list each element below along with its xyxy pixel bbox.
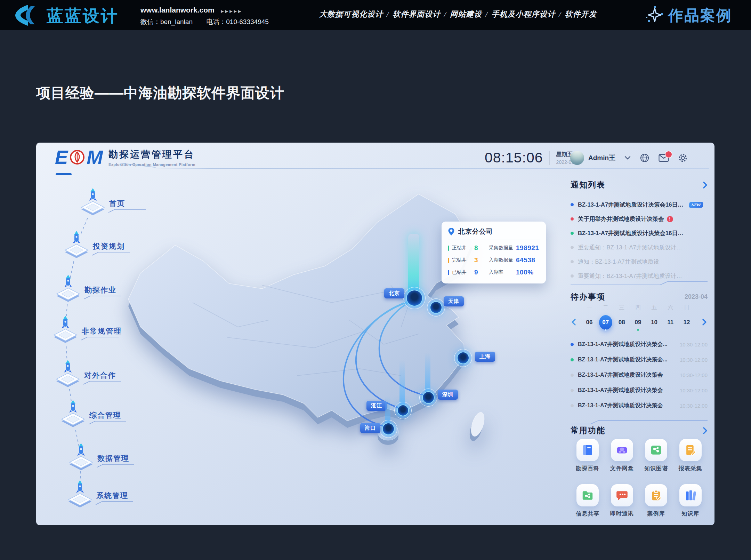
calendar-date-07[interactable]: 07: [599, 315, 613, 330]
sidebar-item-label: 投资规划: [93, 241, 125, 251]
sidebar-item-label: 综合管理: [89, 410, 121, 420]
comprehensive-platform-icon: [60, 399, 86, 429]
city-marker-深圳[interactable]: [422, 391, 435, 404]
city-label-深圳[interactable]: 深圳: [438, 390, 458, 400]
clock: 08:15:06: [485, 150, 543, 166]
gear-icon[interactable]: [678, 153, 688, 163]
data-platform-icon: [68, 442, 94, 472]
calendar-next-icon[interactable]: [702, 319, 707, 326]
menu-underline: [96, 501, 134, 505]
portfolio-link[interactable]: 作品案例: [645, 6, 732, 26]
cooperation-platform-icon: [55, 359, 81, 389]
notification-item[interactable]: BZ-13-1-A7井测试地质设计决策会16日14点开始！: [571, 226, 708, 240]
city-marker-北京[interactable]: [406, 290, 423, 306]
services-separator: /: [555, 10, 565, 18]
function-tile-文件网盘[interactable]: 文件网盘: [605, 439, 639, 472]
city-label-湛江[interactable]: 湛江: [366, 401, 387, 411]
function-tile-案例库[interactable]: 案例库: [639, 484, 673, 518]
calendar-date-06[interactable]: 06: [582, 315, 596, 330]
city-marker-天津[interactable]: [430, 301, 442, 314]
notification-item[interactable]: 重要通知：BZ-13-1-A7井测试地质设计决策会16日14...: [571, 240, 708, 255]
todo-header: 待办事项 2023-04: [571, 291, 708, 302]
sidebar-item-6[interactable]: 综合管理: [60, 399, 151, 433]
functions-more-icon[interactable]: [703, 427, 708, 434]
function-tile-信息共享[interactable]: 信息共享: [571, 484, 605, 518]
phone-contact: 电话：010-63334945: [206, 18, 269, 25]
book-icon: [581, 443, 594, 457]
todo-item[interactable]: BZ-13-1-A7井测试地质设计决策会10:30-12:00: [571, 367, 708, 383]
calendar-date-10[interactable]: 10: [647, 315, 661, 330]
function-tile-勘探百科[interactable]: 勘探百科: [571, 439, 605, 472]
ecm-logo-e: E: [55, 147, 68, 167]
drive-icon: [615, 443, 629, 457]
function-tile-知识图谱[interactable]: 知识图谱: [639, 439, 673, 472]
function-label: 信息共享: [576, 510, 599, 518]
sidebar-item-4[interactable]: 非常规管理: [53, 315, 143, 349]
sidebar-item-3[interactable]: 勘探作业: [55, 274, 146, 307]
city-label-上海[interactable]: 上海: [475, 352, 495, 362]
cnooc-mark-icon: [69, 149, 85, 165]
todo-item[interactable]: BZ-13-1-A7井测试地质设计决策会...10:30-12:00: [571, 352, 708, 367]
user-name[interactable]: Admin王: [588, 153, 615, 162]
city-label-北京[interactable]: 北京: [384, 288, 404, 298]
books-icon: [684, 489, 697, 502]
sidebar-item-5[interactable]: 对外合作: [55, 359, 145, 393]
city-label-天津[interactable]: 天津: [444, 296, 464, 306]
sidebar-item-label: 非常规管理: [82, 326, 122, 336]
services-nav: 大数据可视化设计/软件界面设计/网站建设/手机及小程序设计/软件开发: [319, 9, 625, 19]
wechat-contact: 微信：ben_lanlan: [140, 18, 193, 25]
menu-underline: [84, 295, 122, 300]
portfolio-label: 作品案例: [668, 6, 732, 26]
notification-item[interactable]: 通知：BZ-13-1-A7井测试地质设: [571, 255, 708, 269]
todo-item[interactable]: BZ-13-1-A7井测试地质设计决策会10:30-12:00: [571, 398, 708, 413]
calendar-date-11[interactable]: 11: [663, 315, 677, 330]
calendar-prev-icon[interactable]: [571, 319, 576, 326]
todo-title: 待办事项: [571, 291, 605, 302]
city-marker-湛江[interactable]: [397, 405, 409, 416]
avatar[interactable]: [570, 151, 584, 165]
city-label-海口[interactable]: 海口: [360, 423, 380, 433]
notification-item[interactable]: 关于用举办井测试地质设计决策会!: [571, 212, 708, 226]
exploration-platform-icon: [55, 274, 81, 303]
city-marker-海口[interactable]: [382, 423, 395, 435]
chat-icon: [615, 489, 629, 502]
light-beam: [399, 360, 405, 407]
menu-underline: [81, 336, 119, 341]
light-beam: [425, 352, 430, 394]
function-tile-报表采集[interactable]: 报表采集: [673, 439, 708, 472]
sidebar-item-7[interactable]: 数据管理: [68, 442, 159, 476]
todo-item[interactable]: BZ-13-1-A7井测试地质设计决策会...10:30-12:00: [571, 337, 708, 352]
popup-stat-row: 入湖率100%: [489, 269, 541, 276]
city-marker-上海[interactable]: [457, 352, 469, 364]
sidebar-item-8[interactable]: 系统管理: [67, 480, 158, 513]
section-divider: [571, 419, 708, 425]
todo-item[interactable]: BZ-13-1-A7井测试地质设计决策会10:30-12:00: [571, 383, 708, 398]
popup-stat-row: 完钻井3: [448, 256, 489, 264]
calendar-date-08[interactable]: 08: [615, 315, 629, 330]
function-tile-即时通讯[interactable]: 即时通讯: [605, 484, 639, 518]
globe-icon[interactable]: [640, 153, 649, 163]
calendar-date-09[interactable]: 09: [631, 315, 645, 330]
calendar-weekday: 六: [663, 304, 677, 311]
system-platform-icon: [67, 480, 93, 509]
calendar-event-dot: [637, 329, 639, 331]
unconventional-platform-icon: [53, 315, 78, 344]
calendar-date-12[interactable]: 12: [680, 315, 694, 330]
sidebar-item-label: 首页: [109, 199, 125, 208]
mail-badge: [665, 151, 672, 158]
page: 蓝蓝设计 www.lanlanwork.com ▶▶▶▶▶ 微信：ben_lan…: [0, 0, 751, 560]
function-tile-知识库[interactable]: 知识库: [673, 484, 708, 518]
calendar-weekday: 三: [615, 304, 629, 311]
sidebar-item-1[interactable]: 首页: [80, 187, 170, 221]
chevron-down-icon[interactable]: [624, 156, 631, 160]
new-badge: NEW: [689, 202, 703, 208]
sidebar-item-2[interactable]: 投资规划: [64, 230, 154, 264]
branch-popup: 北京分公司 正钻井8 完钻井3 已钻井9 采集数据量198921入湖数据量645…: [442, 222, 546, 283]
sidebar-item-label: 勘探作业: [84, 285, 116, 295]
menu-underline: [108, 208, 147, 213]
services-separator: /: [441, 10, 450, 18]
notifications-more-icon[interactable]: [703, 182, 708, 189]
todo-list: BZ-13-1-A7井测试地质设计决策会...10:30-12:00 BZ-13…: [571, 337, 708, 413]
notification-item[interactable]: BZ-13-1-A7井测试地质设计决策会16日14点开始NEW: [571, 198, 708, 212]
calendar-weekday: 日: [680, 304, 694, 311]
